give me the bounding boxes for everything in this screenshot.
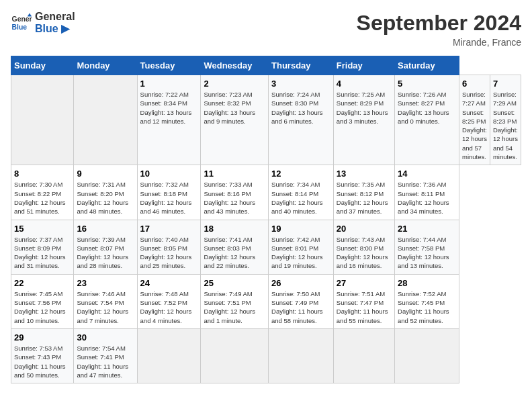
calendar-cell — [11, 75, 74, 165]
day-number: 29 — [14, 332, 71, 342]
title-block: September 2024 Mirande, France — [357, 11, 521, 48]
column-header-wednesday: Wednesday — [201, 56, 269, 75]
day-info: Sunrise: 7:48 AMSunset: 7:52 PMDaylight:… — [140, 289, 198, 325]
day-number: 17 — [140, 224, 198, 234]
logo-blue: Blue ▶ — [35, 23, 75, 35]
svg-marker-2 — [28, 13, 32, 16]
logo-general: General — [35, 11, 75, 23]
day-number: 18 — [204, 224, 265, 234]
calendar-cell: 11Sunrise: 7:33 AMSunset: 8:16 PMDayligh… — [201, 165, 269, 220]
day-number: 4 — [337, 79, 392, 89]
day-number: 14 — [398, 169, 456, 179]
calendar-cell: 18Sunrise: 7:41 AMSunset: 8:03 PMDayligh… — [201, 220, 269, 274]
calendar-cell: 13Sunrise: 7:35 AMSunset: 8:12 PMDayligh… — [333, 165, 394, 220]
day-number: 11 — [204, 169, 265, 179]
day-info: Sunrise: 7:50 AMSunset: 7:49 PMDaylight:… — [271, 289, 330, 325]
column-header-thursday: Thursday — [269, 56, 334, 75]
column-header-monday: Monday — [74, 56, 137, 75]
day-number: 8 — [14, 169, 71, 179]
calendar-cell: 14Sunrise: 7:36 AMSunset: 8:11 PMDayligh… — [395, 165, 459, 220]
day-info: Sunrise: 7:23 AMSunset: 8:32 PMDaylight:… — [204, 90, 265, 126]
day-number: 7 — [493, 79, 518, 89]
day-number: 23 — [77, 278, 134, 288]
day-info: Sunrise: 7:39 AMSunset: 8:07 PMDaylight:… — [77, 235, 134, 271]
day-info: Sunrise: 7:26 AMSunset: 8:27 PMDaylight:… — [398, 90, 456, 126]
day-number: 30 — [77, 332, 134, 342]
day-info: Sunrise: 7:36 AMSunset: 8:11 PMDaylight:… — [398, 180, 456, 216]
calendar-cell — [74, 75, 137, 165]
day-number: 26 — [271, 278, 330, 288]
calendar-cell: 24Sunrise: 7:48 AMSunset: 7:52 PMDayligh… — [137, 274, 201, 328]
day-number: 16 — [77, 224, 134, 234]
calendar-cell: 8Sunrise: 7:30 AMSunset: 8:22 PMDaylight… — [11, 165, 74, 220]
day-number: 12 — [271, 169, 330, 179]
day-info: Sunrise: 7:41 AMSunset: 8:03 PMDaylight:… — [204, 235, 265, 271]
calendar-cell: 9Sunrise: 7:31 AMSunset: 8:20 PMDaylight… — [74, 165, 137, 220]
calendar-week-1: 1Sunrise: 7:22 AMSunset: 8:34 PMDaylight… — [11, 75, 521, 165]
svg-text:Blue: Blue — [12, 23, 28, 30]
day-number: 27 — [337, 278, 392, 288]
calendar-cell: 10Sunrise: 7:32 AMSunset: 8:18 PMDayligh… — [137, 165, 201, 220]
column-header-saturday: Saturday — [395, 56, 459, 75]
calendar-week-4: 22Sunrise: 7:45 AMSunset: 7:56 PMDayligh… — [11, 274, 521, 328]
column-header-tuesday: Tuesday — [137, 56, 201, 75]
day-number: 10 — [140, 169, 198, 179]
day-info: Sunrise: 7:49 AMSunset: 7:51 PMDaylight:… — [204, 289, 265, 325]
day-info: Sunrise: 7:31 AMSunset: 8:20 PMDaylight:… — [77, 180, 134, 216]
day-number: 19 — [271, 224, 330, 234]
calendar-cell: 20Sunrise: 7:43 AMSunset: 8:00 PMDayligh… — [333, 220, 394, 274]
calendar-cell — [201, 328, 269, 383]
month-title: September 2024 — [357, 11, 521, 36]
calendar-table: SundayMondayTuesdayWednesdayThursdayFrid… — [11, 56, 521, 383]
calendar-cell: 7Sunrise: 7:29 AMSunset: 8:23 PMDaylight… — [490, 75, 521, 165]
day-info: Sunrise: 7:42 AMSunset: 8:01 PMDaylight:… — [271, 235, 330, 271]
calendar-cell: 3Sunrise: 7:24 AMSunset: 8:30 PMDaylight… — [269, 75, 334, 165]
day-info: Sunrise: 7:30 AMSunset: 8:22 PMDaylight:… — [14, 180, 71, 216]
logo-icon: General Blue — [11, 12, 32, 34]
day-info: Sunrise: 7:40 AMSunset: 8:05 PMDaylight:… — [140, 235, 198, 271]
day-info: Sunrise: 7:32 AMSunset: 8:18 PMDaylight:… — [140, 180, 198, 216]
calendar-cell: 22Sunrise: 7:45 AMSunset: 7:56 PMDayligh… — [11, 274, 74, 328]
day-info: Sunrise: 7:51 AMSunset: 7:47 PMDaylight:… — [337, 289, 392, 325]
calendar-cell — [333, 328, 394, 383]
day-info: Sunrise: 7:33 AMSunset: 8:16 PMDaylight:… — [204, 180, 265, 216]
day-info: Sunrise: 7:37 AMSunset: 8:09 PMDaylight:… — [14, 235, 71, 271]
calendar-cell: 28Sunrise: 7:52 AMSunset: 7:45 PMDayligh… — [395, 274, 459, 328]
logo: General Blue General Blue ▶ — [11, 11, 75, 34]
day-info: Sunrise: 7:22 AMSunset: 8:34 PMDaylight:… — [140, 90, 198, 126]
day-info: Sunrise: 7:53 AMSunset: 7:43 PMDaylight:… — [14, 344, 71, 379]
calendar-week-5: 29Sunrise: 7:53 AMSunset: 7:43 PMDayligh… — [11, 328, 521, 383]
day-number: 9 — [77, 169, 134, 179]
calendar-week-2: 8Sunrise: 7:30 AMSunset: 8:22 PMDaylight… — [11, 165, 521, 220]
calendar-cell: 4Sunrise: 7:25 AMSunset: 8:29 PMDaylight… — [333, 75, 394, 165]
calendar-cell: 5Sunrise: 7:26 AMSunset: 8:27 PMDaylight… — [395, 75, 459, 165]
day-number: 20 — [337, 224, 392, 234]
calendar-week-3: 15Sunrise: 7:37 AMSunset: 8:09 PMDayligh… — [11, 220, 521, 274]
calendar-cell — [395, 328, 459, 383]
calendar-cell: 6Sunrise: 7:27 AMSunset: 8:25 PMDaylight… — [459, 75, 490, 165]
day-info: Sunrise: 7:24 AMSunset: 8:30 PMDaylight:… — [271, 90, 330, 126]
day-info: Sunrise: 7:34 AMSunset: 8:14 PMDaylight:… — [271, 180, 330, 216]
calendar-cell: 15Sunrise: 7:37 AMSunset: 8:09 PMDayligh… — [11, 220, 74, 274]
day-number: 13 — [337, 169, 392, 179]
day-number: 25 — [204, 278, 265, 288]
calendar-cell: 29Sunrise: 7:53 AMSunset: 7:43 PMDayligh… — [11, 328, 74, 383]
calendar-cell: 30Sunrise: 7:54 AMSunset: 7:41 PMDayligh… — [74, 328, 137, 383]
calendar-cell: 25Sunrise: 7:49 AMSunset: 7:51 PMDayligh… — [201, 274, 269, 328]
day-info: Sunrise: 7:29 AMSunset: 8:23 PMDaylight:… — [493, 90, 518, 161]
calendar-cell — [137, 328, 201, 383]
day-info: Sunrise: 7:54 AMSunset: 7:41 PMDaylight:… — [77, 344, 134, 379]
calendar-cell: 19Sunrise: 7:42 AMSunset: 8:01 PMDayligh… — [269, 220, 334, 274]
location: Mirande, France — [357, 37, 521, 48]
calendar-cell: 2Sunrise: 7:23 AMSunset: 8:32 PMDaylight… — [201, 75, 269, 165]
day-info: Sunrise: 7:45 AMSunset: 7:56 PMDaylight:… — [14, 289, 71, 325]
calendar-cell: 21Sunrise: 7:44 AMSunset: 7:58 PMDayligh… — [395, 220, 459, 274]
day-number: 3 — [271, 79, 330, 89]
day-info: Sunrise: 7:43 AMSunset: 8:00 PMDaylight:… — [337, 235, 392, 271]
calendar-cell: 1Sunrise: 7:22 AMSunset: 8:34 PMDaylight… — [137, 75, 201, 165]
day-number: 2 — [204, 79, 265, 89]
calendar-cell — [269, 328, 334, 383]
day-number: 15 — [14, 224, 71, 234]
day-number: 6 — [462, 79, 487, 89]
calendar-cell: 16Sunrise: 7:39 AMSunset: 8:07 PMDayligh… — [74, 220, 137, 274]
